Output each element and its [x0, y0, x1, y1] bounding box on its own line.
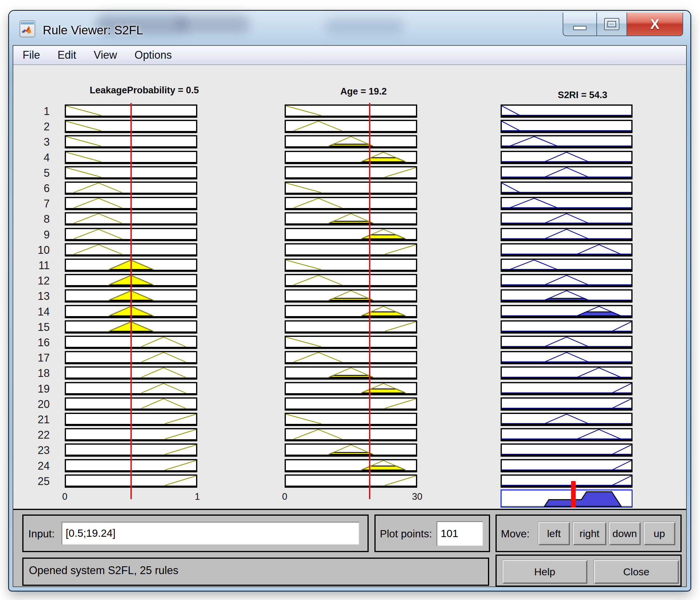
mf-plot-Age-rule2[interactable] [285, 120, 417, 133]
plot-points-group: Plot points: [374, 515, 490, 552]
rule-number[interactable]: 18 [26, 367, 50, 380]
glass-artifact [178, 15, 250, 33]
mf-plot-Age-rule12[interactable] [285, 274, 417, 287]
mf-plot-Age-rule3[interactable] [285, 135, 417, 149]
caption-buttons: X [562, 12, 683, 36]
mf-plot-Age-rule15[interactable] [285, 320, 417, 334]
move-up-button[interactable]: up [643, 522, 675, 545]
menu-options[interactable]: Options [134, 49, 172, 61]
aggregate-output-plot [501, 490, 632, 507]
column-header-input1: LeakageProbability = 0.5 [39, 85, 250, 96]
rule-number[interactable]: 17 [26, 351, 50, 364]
mf-plot-Age-rule10[interactable] [285, 243, 417, 257]
column-header-output: S2RI = 54.3 [477, 90, 688, 101]
axis-max-input1: 1 [184, 491, 211, 502]
mf-plot-S2RI-rule9 [501, 228, 632, 241]
mf-plot-S2RI-rule25 [501, 474, 632, 488]
move-right-button[interactable]: right [573, 522, 606, 545]
rule-number[interactable]: 4 [26, 151, 50, 164]
mf-plot-Age-rule11[interactable] [285, 259, 417, 272]
rule-number[interactable]: 23 [26, 444, 50, 457]
mf-plot-S2RI-rule13 [501, 289, 632, 303]
matlab-icon [20, 21, 35, 37]
mf-plot-Age-rule20[interactable] [285, 397, 417, 411]
close-dialog-button[interactable]: Close [594, 560, 679, 584]
move-group: Move: left right down up [496, 515, 682, 552]
mf-plot-Age-rule17[interactable] [285, 351, 417, 364]
mf-plot-S2RI-rule11 [501, 259, 632, 272]
minimize-button[interactable] [562, 12, 596, 36]
mf-plot-S2RI-rule6 [501, 182, 632, 195]
input1-value-line[interactable] [130, 103, 132, 499]
input-group: Input: [22, 515, 369, 552]
mf-plot-Age-rule22[interactable] [285, 428, 417, 441]
input2-value-line[interactable] [369, 103, 370, 499]
rule-number[interactable]: 9 [26, 229, 50, 241]
rule-number[interactable]: 22 [26, 429, 50, 441]
mf-plot-Age-rule6[interactable] [285, 182, 417, 195]
mf-plot-S2RI-rule3 [501, 135, 632, 149]
mf-plot-S2RI-rule23 [501, 443, 632, 457]
title-bar[interactable]: Rule Viewer: S2FL X [9, 11, 690, 45]
move-down-button[interactable]: down [609, 522, 641, 545]
mf-plot-Age-rule8[interactable] [285, 212, 417, 226]
mf-plot-Age-rule1[interactable] [285, 104, 417, 118]
help-close-group: Help Close [496, 554, 682, 587]
mf-plot-Age-rule21[interactable] [285, 413, 417, 426]
rule-number[interactable]: 25 [26, 475, 50, 488]
plot-points-label: Plot points: [380, 528, 432, 540]
menu-edit[interactable]: Edit [57, 49, 76, 61]
rule-number[interactable]: 19 [26, 383, 50, 395]
help-button[interactable]: Help [502, 560, 588, 584]
rule-number[interactable]: 24 [26, 460, 50, 472]
axis-max-input2: 30 [404, 491, 431, 502]
rule-number[interactable]: 13 [26, 290, 50, 303]
mf-plot-S2RI-rule15 [501, 320, 632, 334]
mf-plot-Age-rule23[interactable] [285, 443, 417, 457]
rule-number[interactable]: 16 [26, 336, 50, 349]
mf-plot-Age-rule25[interactable] [285, 474, 417, 488]
rule-number[interactable]: 2 [26, 121, 50, 133]
rule-number[interactable]: 21 [26, 413, 50, 426]
mf-plot-Age-rule16[interactable] [285, 336, 417, 349]
mf-plot-Age-rule4[interactable] [285, 151, 417, 164]
mf-plot-Age-rule24[interactable] [285, 459, 417, 472]
menu-file[interactable]: File [23, 49, 40, 61]
rule-number[interactable]: 20 [26, 398, 50, 411]
rule-number[interactable]: 1 [26, 105, 50, 118]
mf-plot-Age-rule13[interactable] [285, 289, 417, 303]
client-area: FileEditViewOptions LeakageProbability =… [12, 45, 687, 587]
mf-plot-S2RI-rule16 [501, 336, 632, 349]
rule-number[interactable]: 14 [26, 306, 50, 318]
mf-plot-Age-rule7[interactable] [285, 197, 417, 210]
minimize-icon [573, 26, 586, 30]
input-label: Input: [28, 528, 55, 540]
mf-plot-Age-rule5[interactable] [285, 166, 417, 179]
rule-number[interactable]: 6 [26, 182, 50, 195]
mf-plot-Age-rule19[interactable] [285, 382, 417, 395]
rule-number[interactable]: 8 [26, 213, 50, 226]
mf-plot-Age-rule9[interactable] [285, 228, 417, 241]
rule-number[interactable]: 3 [26, 136, 50, 149]
mf-plot-Age-rule18[interactable] [285, 366, 417, 380]
rule-number[interactable]: 10 [26, 244, 50, 257]
input-field[interactable] [61, 522, 359, 545]
axis-min-input2: 0 [271, 491, 298, 502]
mf-plot-S2RI-rule18 [501, 366, 632, 380]
mf-plot-S2RI-rule20 [501, 397, 632, 411]
move-left-button[interactable]: left [538, 522, 570, 545]
close-button[interactable]: X [627, 12, 683, 36]
rule-number[interactable]: 7 [26, 198, 50, 210]
defuzzified-output-line [571, 481, 576, 507]
rule-number[interactable]: 15 [26, 321, 50, 334]
rule-number[interactable]: 12 [26, 275, 50, 287]
status-message: Opened system S2FL, 25 rules [29, 564, 178, 577]
mf-plot-S2RI-rule14 [501, 305, 632, 318]
maximize-button[interactable] [596, 12, 627, 36]
mf-plot-Age-rule14[interactable] [285, 305, 417, 318]
mf-plot-S2RI-rule7 [501, 197, 632, 210]
rule-number[interactable]: 11 [26, 259, 50, 272]
rule-number[interactable]: 5 [26, 167, 50, 179]
plot-points-field[interactable] [436, 521, 483, 546]
menu-view[interactable]: View [94, 49, 117, 61]
